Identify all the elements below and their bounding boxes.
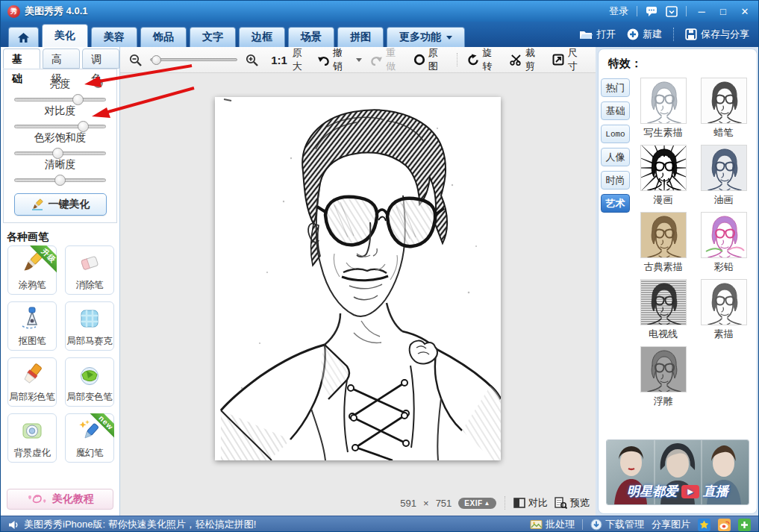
actual-size-ratio[interactable]: 1:1 xyxy=(271,54,287,66)
effect-category-fashion[interactable]: 时尚 xyxy=(601,171,630,190)
scissors-icon xyxy=(510,54,522,66)
effect-category-art[interactable]: 艺术 xyxy=(601,194,630,213)
adjust-tab-advanced[interactable]: 高级 xyxy=(43,48,80,69)
status-separator xyxy=(505,496,505,510)
brush-magic-pen-button[interactable]: 魔幻笔new xyxy=(65,413,114,463)
save-share-button[interactable]: 保存与分享 xyxy=(685,28,749,41)
skin-theme-icon[interactable] xyxy=(666,6,678,17)
effect-thumbnail-classic-sketch[interactable] xyxy=(640,212,687,258)
exif-badge[interactable]: EXIF▲ xyxy=(458,498,496,509)
tab-text[interactable]: 文字 xyxy=(190,27,236,47)
effect-sketch[interactable]: 素描 xyxy=(693,279,754,341)
brush-doodle-pen-button[interactable]: 涂鸦笔升级 xyxy=(7,245,57,295)
view-original-button[interactable]: 原图 xyxy=(413,46,448,73)
undo-history-chevron-icon[interactable] xyxy=(356,58,362,62)
slider-contrast[interactable] xyxy=(14,125,106,128)
rotate-button[interactable]: 旋转 xyxy=(467,46,502,73)
weibo-icon[interactable] xyxy=(718,519,731,531)
redo-button[interactable]: 重做 xyxy=(370,46,405,73)
effect-tv-lines[interactable]: 电视线 xyxy=(633,279,693,341)
effect-category-lomo[interactable]: Lomo xyxy=(601,125,630,143)
slider-brightness[interactable] xyxy=(14,98,106,101)
slider-thumb-brightness[interactable] xyxy=(72,94,84,105)
tab-home[interactable] xyxy=(8,27,39,47)
tab-collage[interactable]: 拼图 xyxy=(337,27,384,47)
batch-process-button[interactable]: 批处理 xyxy=(530,518,575,531)
one-key-beautify-button[interactable]: 一键美化 xyxy=(14,193,107,216)
feedback-message-icon[interactable] xyxy=(646,6,658,17)
download-manager-button[interactable]: 下载管理 xyxy=(590,518,644,531)
effect-oil-painting[interactable]: 油画 xyxy=(693,145,754,207)
mosaic-icon xyxy=(77,306,102,334)
effect-thumbnail-life-sketch[interactable] xyxy=(640,78,687,124)
undo-button[interactable]: 撤销 xyxy=(317,46,362,73)
qzone-icon[interactable] xyxy=(698,519,710,531)
close-button[interactable]: ✕ xyxy=(738,6,752,17)
brush-color-brush-button[interactable]: 局部彩色笔 xyxy=(7,357,57,407)
batch-picture-icon xyxy=(530,519,543,530)
effect-manga[interactable]: 漫画 xyxy=(633,145,693,207)
zoom-out-icon[interactable] xyxy=(129,54,142,66)
effect-colored-pencil[interactable]: 彩铅 xyxy=(693,212,754,274)
brush-mosaic-button[interactable]: 局部马赛克 xyxy=(65,301,114,351)
promo-message[interactable]: 美图秀秀iPhone版: 帮你快速美化照片，轻松搞定拼图! xyxy=(8,518,256,531)
effect-classic-sketch[interactable]: 古典素描 xyxy=(633,212,693,274)
slider-thumb-saturation[interactable] xyxy=(52,148,63,159)
zoom-slider[interactable] xyxy=(150,58,237,61)
effect-thumbnail-manga[interactable] xyxy=(640,145,687,191)
zoom-slider-thumb[interactable] xyxy=(152,55,161,65)
tab-frame[interactable]: 边框 xyxy=(239,27,285,47)
compare-button[interactable]: 对比 xyxy=(513,496,548,510)
maximize-button[interactable]: □ xyxy=(716,6,730,17)
add-share-icon[interactable] xyxy=(738,519,751,531)
effect-crayon[interactable]: 蜡笔 xyxy=(693,78,754,140)
adjust-panel: 基础高级调色 亮度对比度色彩饱和度清晰度 一键美化 各种画笔 涂鸦笔升级消除笔抠… xyxy=(1,47,120,516)
crop-button[interactable]: 裁剪 xyxy=(510,46,545,73)
editor-center: 1:1 原大 撤销 重做 原图 xyxy=(120,47,596,516)
ad-text-left: 明星都爱 xyxy=(627,483,678,500)
effect-thumbnail-sketch[interactable] xyxy=(701,279,747,325)
tab-beauty[interactable]: 美容 xyxy=(91,27,137,47)
share-image-button[interactable]: 分享图片 xyxy=(652,518,690,531)
brush-cutout-pen-button[interactable]: 抠图笔 xyxy=(7,301,57,351)
minimize-button[interactable]: ─ xyxy=(695,6,708,17)
beautify-tutorial-button[interactable]: 美化教程 xyxy=(7,489,113,510)
new-button[interactable]: 新建 xyxy=(627,28,662,41)
login-link[interactable]: 登录 xyxy=(609,4,628,18)
brush-recolor-pen-button[interactable]: 局部变色笔 xyxy=(65,357,114,407)
slider-clarity[interactable] xyxy=(14,178,106,182)
effect-thumbnail-colored-pencil[interactable] xyxy=(701,212,747,258)
open-button[interactable]: 打开 xyxy=(579,28,616,41)
effect-thumbnail-crayon[interactable] xyxy=(701,78,747,124)
tutorial-label: 美化教程 xyxy=(52,492,94,506)
brush-eraser-pen-button[interactable]: 消除笔 xyxy=(65,245,114,295)
effect-thumbnail-emboss[interactable] xyxy=(640,346,687,392)
crop-label: 裁剪 xyxy=(525,46,545,73)
slider-thumb-clarity[interactable] xyxy=(54,175,66,186)
eraser-icon xyxy=(77,250,102,278)
effect-thumbnail-tv-lines[interactable] xyxy=(640,279,687,325)
effect-category-basic[interactable]: 基础 xyxy=(601,101,630,120)
effect-category-hot[interactable]: 热门 xyxy=(601,78,630,97)
slider-thumb-contrast[interactable] xyxy=(78,121,89,132)
tab-more-features[interactable]: 更多功能 xyxy=(387,27,465,47)
tab-scene[interactable]: 场景 xyxy=(288,27,334,47)
effect-category-portrait[interactable]: 人像 xyxy=(601,148,630,166)
undo-icon xyxy=(317,54,330,66)
resize-button[interactable]: 尺寸 xyxy=(552,46,587,73)
slider-saturation[interactable] xyxy=(14,151,106,155)
zoom-in-icon[interactable] xyxy=(246,54,258,66)
effect-life-sketch[interactable]: 写生素描 xyxy=(633,78,693,140)
edited-photo[interactable] xyxy=(215,97,501,460)
tab-beautify[interactable]: 美化 xyxy=(42,24,88,47)
adjust-tab-basic[interactable]: 基础 xyxy=(3,48,40,69)
preview-button[interactable]: 预览 xyxy=(555,496,590,510)
ad-banner[interactable]: 明星都爱 ▶ 直播 xyxy=(606,439,749,505)
effect-label: 古典素描 xyxy=(644,260,683,274)
brush-bg-blur-button[interactable]: 背景虚化 xyxy=(7,413,57,463)
effect-emboss[interactable]: 浮雕 xyxy=(633,346,693,408)
effect-thumbnail-oil-painting[interactable] xyxy=(701,145,747,191)
adjust-tab-tone[interactable]: 调色 xyxy=(82,48,119,69)
tab-accessories[interactable]: 饰品 xyxy=(140,27,187,47)
actual-size-label[interactable]: 原大 xyxy=(293,46,312,73)
